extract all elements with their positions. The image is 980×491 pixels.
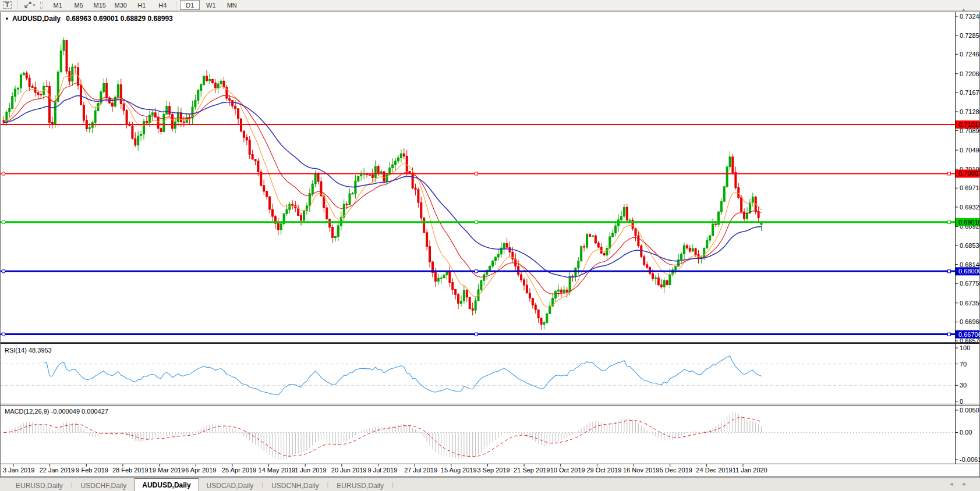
time-axis-label: 29 Oct 2019 [586, 467, 621, 474]
chart-canvas[interactable]: 0.732400.728500.724600.720600.716700.712… [0, 12, 980, 477]
chart-tab-audusd-daily[interactable]: AUDUSD,Daily [134, 478, 199, 491]
time-axis-label: 27 Jul 2019 [404, 467, 437, 474]
timeframe-button-h1[interactable]: H1 [132, 0, 151, 10]
text-tool-icon: T [3, 1, 12, 9]
price-tick-label: 0.66570 [960, 337, 980, 344]
line-handle[interactable] [948, 333, 951, 336]
rsi-tick-label: 70 [960, 361, 967, 368]
price-tick-label: 0.68140 [960, 261, 980, 268]
price-tick-label: 0.71670 [960, 89, 980, 96]
level-price-label-text: 0.71016 [958, 121, 980, 128]
timeframe-button-d1[interactable]: D1 [180, 0, 200, 10]
toolbar-separator [17, 1, 18, 9]
double-arrow-icon [24, 2, 32, 9]
mt4-window: T ▾ M1M5M15M30H1H4D1W1MN ▲ 0.732400.7285… [0, 0, 980, 491]
chart-tab-usdchf-daily[interactable]: USDCHF,Daily [73, 480, 135, 491]
time-axis-label: 9 Jul 2019 [368, 467, 398, 474]
chart-window[interactable]: 0.732400.728500.724600.720600.716700.712… [0, 12, 980, 477]
price-tick-label: 0.66960 [960, 318, 980, 325]
line-handle[interactable] [475, 172, 478, 175]
timeframe-button-h4[interactable]: H4 [153, 0, 172, 10]
timeframe-button-m5[interactable]: M5 [69, 0, 89, 10]
toolbar-separator [176, 1, 176, 9]
line-handle[interactable] [475, 270, 478, 273]
text-tool-button[interactable]: T [1, 0, 14, 10]
price-tick-label: 0.67750 [960, 280, 980, 287]
tabs-scroll-left-icon[interactable]: ◄ [949, 481, 962, 487]
price-tick-label: 0.72060 [960, 70, 980, 77]
time-axis-label: 11 Jan 2020 [733, 467, 767, 474]
time-axis-label: 28 Feb 2019 [112, 467, 148, 474]
price-tick-label: 0.70490 [960, 147, 980, 154]
level-price-label-text: 0.69010 [958, 219, 980, 226]
rsi-tick-label: 0 [960, 398, 963, 405]
time-axis-label: 22 Jan 2019 [40, 467, 75, 474]
tab-divider: | [327, 481, 328, 488]
chart-tab-usdcnh-daily[interactable]: USDCNH,Daily [264, 480, 326, 491]
tab-divider: | [71, 481, 73, 488]
rsi-tick-label: 30 [960, 382, 967, 389]
tab-divider: | [392, 481, 394, 488]
macd-tick-label: -0.006148 [960, 456, 980, 463]
tab-scroll-arrows: ◄► [949, 481, 975, 487]
time-axis-label: 15 Aug 2019 [441, 467, 477, 474]
chart-tab-eurusd-daily[interactable]: EURUSD,Daily [8, 480, 70, 491]
line-handle[interactable] [948, 172, 951, 175]
time-axis-label: 5 Dec 2019 [660, 467, 692, 474]
time-axis-label: 10 Oct 2019 [550, 467, 585, 474]
toolbar-grip[interactable] [40, 2, 43, 9]
line-handle[interactable] [475, 333, 478, 336]
time-axis-label: 20 Jun 2019 [331, 467, 367, 474]
time-axis-label: 25 Apr 2019 [222, 467, 256, 474]
price-tick-label: 0.69710 [960, 184, 980, 191]
level-price-label-text: 0.70007 [958, 170, 980, 177]
line-handle[interactable] [948, 270, 951, 273]
rsi-tick-label: 100 [960, 344, 970, 351]
timeframe-toolbar: M1M5M15M30H1H4D1W1MN [47, 0, 242, 10]
chart-background [0, 12, 980, 477]
timeframe-button-w1[interactable]: W1 [201, 0, 221, 10]
toolbar: T ▾ M1M5M15M30H1H4D1W1MN [0, 0, 980, 10]
chart-tab-usdcad-daily[interactable]: USDCAD,Daily [199, 480, 261, 491]
timeframe-button-m30[interactable]: M30 [111, 0, 130, 10]
time-axis-label: 6 Apr 2019 [185, 467, 216, 474]
time-axis-label: 9 Feb 2019 [76, 467, 108, 474]
time-axis-label: 24 Dec 2019 [696, 467, 732, 474]
dropdown-caret-icon: ▾ [33, 3, 36, 8]
time-axis-label: 1 Jun 2019 [295, 467, 326, 474]
price-tick-label: 0.69320 [960, 204, 980, 211]
time-axis-label: 19 Mar 2019 [149, 467, 185, 474]
line-handle[interactable] [475, 220, 478, 223]
line-handle[interactable] [948, 220, 951, 223]
chart-tab-bar: EURUSD,Daily|USDCHF,DailyAUDUSD,DailyUSD… [0, 477, 980, 491]
line-handle[interactable] [2, 333, 5, 336]
line-handle[interactable] [2, 172, 5, 175]
price-tick-label: 0.71280 [960, 108, 980, 115]
tabs-scroll-right-icon[interactable]: ► [962, 481, 975, 487]
price-tick-label: 0.72850 [960, 32, 980, 39]
tab-divider: | [261, 481, 263, 488]
chart-tab-eurusd-daily[interactable]: EURUSD,Daily [329, 480, 391, 491]
timeframe-button-m1[interactable]: M1 [48, 0, 68, 10]
macd-tick-label: 0.005076 [960, 407, 980, 414]
time-axis-label: 16 Nov 2019 [623, 467, 659, 474]
time-axis-label: 14 May 2019 [259, 467, 296, 474]
timeframe-button-m15[interactable]: M15 [90, 0, 109, 10]
level-price-label-text: 0.68000 [958, 268, 980, 275]
time-axis-label: 3 Sep 2019 [477, 467, 510, 474]
level-price-label-text: 0.66706 [958, 331, 980, 338]
timeframe-button-mn[interactable]: MN [222, 0, 242, 10]
price-tick-label: 0.67350 [960, 300, 980, 307]
arrange-charts-button[interactable]: ▾ [22, 0, 38, 10]
price-tick-label: 0.73240 [960, 13, 980, 20]
macd-tick-label: 0.00 [960, 429, 972, 436]
line-handle[interactable] [2, 270, 5, 273]
price-tick-label: 0.68530 [960, 242, 980, 249]
price-tick-label: 0.72460 [960, 51, 980, 58]
time-axis-label: 3 Jan 2019 [3, 467, 34, 474]
chart-tabs: EURUSD,Daily|USDCHF,DailyAUDUSD,DailyUSD… [0, 478, 980, 491]
line-handle[interactable] [2, 220, 5, 223]
time-axis-label: 21 Sep 2019 [514, 467, 550, 474]
